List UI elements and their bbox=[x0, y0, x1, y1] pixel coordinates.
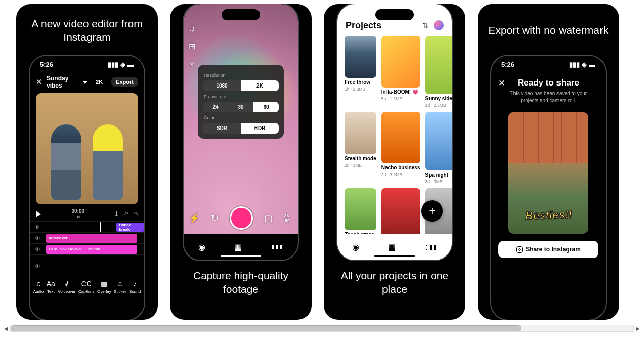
scrollbar-track[interactable] bbox=[10, 325, 634, 332]
nav-insights-icon[interactable]: ⫾⫾⫾ bbox=[425, 243, 437, 252]
gallery-icon[interactable]: ▢ bbox=[264, 212, 273, 224]
instagram-icon bbox=[516, 246, 523, 253]
project-tile[interactable]: Nacho business2d · 3.2MB bbox=[381, 112, 420, 184]
status-time: 5:26 bbox=[40, 61, 53, 68]
editor-tool-text[interactable]: AaText bbox=[47, 280, 55, 294]
project-name: Nacho business bbox=[381, 165, 420, 170]
timecode: 00:00 bbox=[47, 208, 109, 214]
project-tile[interactable]: Infla-BOOM! 💗5h · 1.1MB bbox=[381, 36, 420, 108]
segment-option[interactable]: SDR bbox=[203, 123, 241, 134]
dynamic-island bbox=[529, 61, 568, 72]
project-thumbnail bbox=[425, 36, 453, 94]
undo-icon[interactable]: ↶ bbox=[124, 211, 128, 217]
share-to-instagram-button[interactable]: Share to Instagram bbox=[498, 241, 598, 258]
editor-tool-sound[interactable]: ♪Sound bbox=[129, 280, 141, 294]
new-project-button[interactable]: + bbox=[421, 200, 443, 222]
segment-option[interactable]: 1080 bbox=[203, 80, 241, 91]
project-meta: 2d · 1MB bbox=[345, 163, 376, 168]
clip-thumbnails[interactable] bbox=[64, 256, 67, 276]
editor-tool-captions[interactable]: CCCaptions bbox=[78, 280, 95, 294]
scroll-right-arrow-icon[interactable]: ▶ bbox=[634, 324, 642, 332]
signal-icon: ▮▮▮ bbox=[108, 61, 118, 68]
project-tile[interactable]: Spa night3d · 3MB bbox=[425, 112, 453, 184]
segment-option[interactable]: 60 bbox=[253, 102, 279, 112]
phone-frame: 5:26 ▮▮▮ ◈ ▬ ✕ Ready to share This video… bbox=[490, 55, 607, 320]
camera-side-tool-icon[interactable]: ♫ bbox=[189, 24, 195, 33]
segment-option[interactable]: 30 bbox=[228, 102, 253, 112]
nav-record-icon[interactable]: ◉ bbox=[352, 242, 359, 252]
editor-tool-overlay[interactable]: ▦Overlay bbox=[97, 280, 111, 294]
scrollbar-thumb[interactable] bbox=[11, 325, 521, 331]
visibility-icon[interactable]: 👁 bbox=[30, 263, 45, 269]
close-icon[interactable]: ✕ bbox=[498, 78, 505, 89]
project-meta: 1d · 2.5MB bbox=[425, 103, 453, 108]
clip-voiceover[interactable]: Voiceover bbox=[46, 234, 137, 243]
editor-tool-sticker[interactable]: ☺Sticker bbox=[114, 280, 126, 294]
visibility-icon[interactable]: 👁 bbox=[30, 235, 45, 241]
nav-record-icon[interactable]: ◉ bbox=[198, 242, 205, 252]
promo-card-share: Export with no watermark 5:26 ▮▮▮ ◈ ▬ ✕ … bbox=[478, 4, 619, 320]
screenshot-gallery[interactable]: A new video editor from Instagram 5:26 ▮… bbox=[0, 0, 644, 322]
phone-frame: 5:26 ▮▮▮ ◈ ▬ ✕ Sunday vibes 2K Export bbox=[29, 55, 145, 320]
camera-side-tool-icon[interactable]: ✧ bbox=[189, 59, 195, 69]
editor-tool-voiceover[interactable]: 🎙Voiceover bbox=[58, 280, 75, 294]
sort-icon[interactable]: ⇅ bbox=[422, 21, 428, 29]
project-tile[interactable]: Free throw1h · 2.3MB bbox=[345, 36, 376, 108]
avatar[interactable] bbox=[434, 20, 444, 30]
dynamic-island bbox=[68, 61, 106, 72]
visibility-icon[interactable]: 👁 bbox=[30, 246, 45, 252]
nav-insights-icon[interactable]: ⫾⫾⫾ bbox=[271, 242, 283, 251]
phone-frame: ♫⊞✧ Resolution 10802K Frame rate 243060 … bbox=[183, 4, 299, 261]
capture-settings-panel: Resolution 10802K Frame rate 243060 Colo… bbox=[198, 65, 284, 139]
projects-grid[interactable]: Free throw1h · 2.3MBInfla-BOOM! 💗5h · 1.… bbox=[337, 36, 452, 260]
visibility-icon[interactable]: 👁 bbox=[30, 224, 44, 230]
redo-icon[interactable]: ↷ bbox=[134, 211, 138, 217]
color-segmented[interactable]: SDRHDR bbox=[203, 123, 279, 134]
promo-card-projects: Projects ⇅ Free throw1h · 2.3MBInfla-BOO… bbox=[324, 4, 465, 320]
editor-tool-strip: ♫AudioAaText🎙VoiceoverCCCaptions▦Overlay… bbox=[30, 277, 144, 299]
share-subtitle: This video has been saved to your projec… bbox=[501, 90, 595, 104]
editor-tool-audio[interactable]: ♫Audio bbox=[33, 280, 44, 294]
timeline-tracks[interactable]: 👁 Dance break 👁 Voiceover 👁 Flux Vox Max… bbox=[30, 221, 144, 277]
promo-card-editor: A new video editor from Instagram 5:26 ▮… bbox=[16, 4, 158, 320]
signal-icon: ▮▮▮ bbox=[569, 61, 580, 68]
quality-pill[interactable]: 2K bbox=[91, 77, 107, 87]
resolution-segmented[interactable]: 10802K bbox=[203, 80, 279, 91]
project-thumbnail bbox=[345, 36, 376, 78]
flip-camera-icon[interactable]: ↻ bbox=[211, 212, 219, 224]
project-title[interactable]: Sunday vibes bbox=[47, 75, 87, 89]
project-name: Stealth mode bbox=[345, 156, 376, 161]
segment-option[interactable]: 2K bbox=[241, 80, 279, 91]
projects-title: Projects bbox=[346, 20, 381, 31]
flash-icon[interactable]: ⚡ bbox=[189, 212, 200, 224]
project-name: Free throw bbox=[345, 79, 376, 85]
video-preview[interactable] bbox=[36, 93, 138, 204]
close-icon[interactable]: ✕ bbox=[36, 77, 42, 87]
preview-figure bbox=[51, 124, 81, 200]
timecode-frame: 00 bbox=[47, 215, 109, 219]
play-icon[interactable] bbox=[36, 211, 41, 217]
scroll-left-arrow-icon[interactable]: ◀ bbox=[2, 324, 10, 332]
clip-dance[interactable]: Dance break bbox=[116, 223, 144, 232]
project-meta: 3d · 3MB bbox=[425, 179, 453, 184]
card-caption: Export with no watermark bbox=[479, 4, 619, 55]
overlay-text: Besties!! bbox=[525, 207, 572, 222]
shutter-button[interactable] bbox=[230, 206, 253, 230]
export-button[interactable]: Export bbox=[111, 77, 138, 87]
transport-bar: 00:00 00 1 ↶ ↷ bbox=[30, 204, 144, 221]
project-tile[interactable]: Stealth mode2d · 1MB bbox=[345, 112, 376, 184]
horizontal-scrollbar[interactable]: ◀ ▶ bbox=[0, 322, 644, 335]
segment-option[interactable]: 24 bbox=[203, 102, 228, 112]
clip-music[interactable]: Flux Vox Maxwell 126bpm bbox=[46, 245, 137, 254]
nav-grid-icon[interactable]: ▦ bbox=[234, 242, 242, 252]
nav-grid-icon[interactable]: ▦ bbox=[388, 242, 396, 252]
camera-side-tool-icon[interactable]: ⊞ bbox=[189, 41, 195, 51]
promo-card-capture: ♫⊞✧ Resolution 10802K Frame rate 243060 … bbox=[170, 4, 312, 320]
dynamic-island bbox=[375, 9, 414, 20]
segment-option[interactable]: HDR bbox=[241, 123, 279, 134]
phone-frame: Projects ⇅ Free throw1h · 2.3MBInfla-BOO… bbox=[336, 4, 453, 261]
project-tile[interactable]: Sunny side up1d · 2.5MB bbox=[425, 36, 453, 108]
share-preview-thumbnail[interactable]: Besties!! bbox=[508, 112, 588, 234]
framerate-segmented[interactable]: 243060 bbox=[203, 102, 279, 112]
card-caption: All your projects in one place bbox=[324, 261, 465, 306]
